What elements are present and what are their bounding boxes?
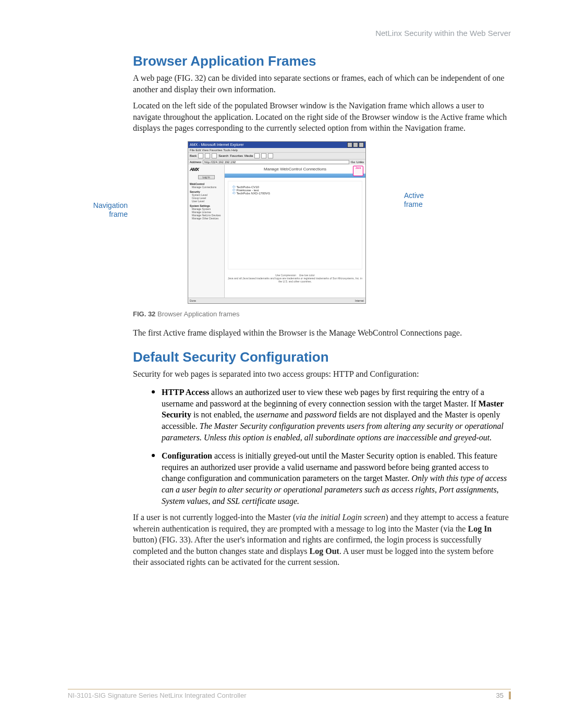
java-icon: Java bbox=[353, 166, 363, 176]
address-label: Address bbox=[190, 161, 201, 164]
paragraph: A web page (FIG. 32) can be divided into… bbox=[133, 72, 511, 95]
list-item: HTTP Access allows an authorized user to… bbox=[162, 385, 511, 443]
media-button[interactable]: Media bbox=[244, 154, 253, 157]
go-button[interactable]: Go bbox=[351, 161, 355, 164]
browser-content: AMX Log In WebControl Manage Connections… bbox=[188, 165, 365, 299]
running-header: NetLinx Security within the Web Server bbox=[52, 29, 511, 38]
inline-bold: Log In bbox=[468, 524, 492, 533]
amx-logo: AMX bbox=[190, 167, 223, 172]
maximize-icon[interactable] bbox=[353, 142, 358, 147]
paragraph: Security for web pages is separated into… bbox=[133, 368, 511, 380]
login-button[interactable]: Log In bbox=[198, 175, 215, 179]
page: NetLinx Security within the Web Server B… bbox=[0, 0, 563, 728]
stop-icon[interactable] bbox=[198, 153, 203, 158]
inline-bold: Configuration bbox=[162, 451, 212, 460]
content-column: Browser Application Frames A web page (F… bbox=[133, 53, 511, 568]
trademark-text: Java and all Java based trademarks and l… bbox=[227, 277, 363, 283]
browser-address-bar[interactable]: Address http://224.192.192.192 Go Links bbox=[188, 159, 365, 165]
status-zone: Internet bbox=[355, 299, 364, 302]
figure-number: FIG. 32 bbox=[133, 310, 155, 318]
connection-list: TechPubs-CV10 FireHouse - test TechPubs … bbox=[228, 181, 362, 269]
figure-caption: FIG. 32 Browser Application frames bbox=[133, 310, 511, 318]
minimize-icon[interactable] bbox=[347, 142, 352, 147]
address-input[interactable]: http://224.192.192.192 bbox=[203, 160, 349, 164]
callout-active-frame: Active frame bbox=[404, 191, 435, 209]
inline-text: and bbox=[289, 410, 305, 419]
inline-text: is not enabled, the bbox=[191, 410, 256, 419]
inline-italic: via the initial Login screen bbox=[296, 513, 385, 522]
inline-text: allows an authorized user to view these … bbox=[162, 388, 484, 408]
browser-window: AMX - Microsoft Internet Explorer File E… bbox=[188, 141, 366, 304]
inline-text: If a user is not currently logged-into t… bbox=[133, 513, 296, 522]
status-text: Done bbox=[190, 299, 196, 302]
inline-italic: password bbox=[305, 410, 337, 419]
sidebar-item-user-level[interactable]: User Level bbox=[190, 200, 223, 203]
navigation-frame: AMX Log In WebControl Manage Connections… bbox=[188, 165, 225, 299]
favorites-button[interactable]: Favorites bbox=[230, 154, 243, 157]
links-label: Links bbox=[357, 161, 364, 164]
footer-doc-title: NI-3101-SIG Signature Series NetLinx Int… bbox=[68, 692, 247, 699]
paragraph: The first Active frame displayed within … bbox=[133, 327, 511, 339]
list-item: Configuration access is initially greyed… bbox=[162, 448, 511, 507]
active-frame: Manage WebControl Connections Java TechP… bbox=[225, 165, 365, 299]
callout-navigation-frame: Navigation frame bbox=[83, 201, 128, 219]
heading-default-security-configuration: Default Security Configuration bbox=[133, 349, 511, 365]
figure-32: Navigation frame Active frame AMX - Micr… bbox=[133, 141, 511, 308]
refresh-icon[interactable] bbox=[205, 153, 210, 158]
mail-icon[interactable] bbox=[261, 153, 266, 158]
browser-toolbar[interactable]: Back Search Favorites Media bbox=[188, 152, 365, 159]
paragraph: If a user is not currently logged-into t… bbox=[133, 512, 511, 568]
browser-status-bar: Done Internet bbox=[188, 298, 365, 303]
bullet-list: HTTP Access allows an authorized user to… bbox=[133, 385, 511, 507]
inline-bold: Log Out bbox=[310, 547, 339, 556]
inline-italic: The Master Security configuration preven… bbox=[162, 422, 504, 442]
home-icon[interactable] bbox=[212, 153, 217, 158]
sidebar-item-manage-connections[interactable]: Manage Connections bbox=[190, 186, 223, 189]
print-icon[interactable] bbox=[268, 153, 273, 158]
sidebar-item-manage-other-devices[interactable]: Manage Other Devices bbox=[190, 217, 223, 220]
history-icon[interactable] bbox=[254, 153, 260, 158]
browser-titlebar: AMX - Microsoft Internet Explorer bbox=[188, 142, 365, 148]
page-number: 35 bbox=[496, 692, 511, 699]
browser-menubar[interactable]: File Edit View Favorites Tools Help bbox=[188, 148, 365, 152]
window-buttons[interactable] bbox=[347, 142, 364, 147]
inline-italic: username bbox=[256, 410, 288, 419]
active-frame-title: Manage WebControl Connections bbox=[264, 167, 326, 171]
browser-title-text: AMX - Microsoft Internet Explorer bbox=[190, 143, 243, 146]
back-button[interactable]: Back bbox=[190, 154, 197, 157]
search-button[interactable]: Search bbox=[218, 154, 228, 157]
inline-bold: HTTP Access bbox=[162, 388, 209, 397]
figure-caption-text: Browser Application frames bbox=[155, 310, 239, 318]
heading-browser-application-frames: Browser Application Frames bbox=[133, 53, 511, 69]
close-icon[interactable] bbox=[359, 142, 364, 147]
page-footer: NI-3101-SIG Signature Series NetLinx Int… bbox=[68, 689, 511, 699]
list-item[interactable]: TechPubs NXD-1700VG bbox=[232, 192, 358, 195]
paragraph: Located on the left side of the populate… bbox=[133, 100, 511, 134]
divider-bar bbox=[225, 174, 365, 178]
